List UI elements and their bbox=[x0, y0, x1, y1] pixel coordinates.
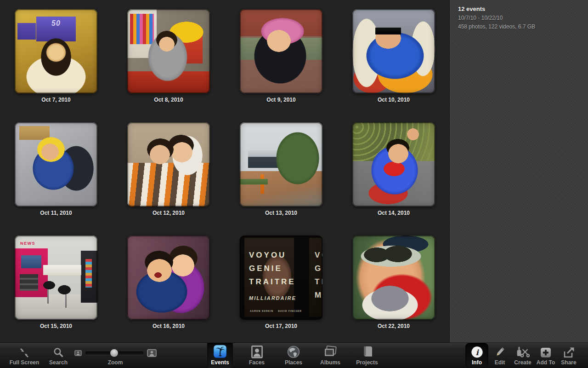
event-date-label: Oct 7, 2010 bbox=[15, 97, 97, 103]
event-tile: Oct 13, 2010 bbox=[240, 122, 322, 236]
albums-stack-icon bbox=[323, 345, 337, 358]
info-panel-date-range: 10/7/10 - 10/22/10 bbox=[458, 15, 580, 21]
faces-portrait-icon bbox=[251, 345, 263, 358]
zoom-label: Zoom bbox=[108, 360, 123, 366]
tab-places[interactable]: Places bbox=[281, 343, 306, 368]
event-date-label: Oct 12, 2010 bbox=[127, 210, 210, 216]
event-thumbnail-oct-11[interactable] bbox=[15, 122, 97, 207]
event-thumbnail-oct-8[interactable] bbox=[127, 9, 210, 93]
event-date-label: Oct 16, 2010 bbox=[127, 323, 210, 329]
info-panel-summary: 458 photos, 122 videos, 6.7 GB bbox=[458, 23, 580, 30]
event-thumbnail-oct-22[interactable] bbox=[352, 236, 435, 320]
event-date-label: Oct 15, 2010 bbox=[15, 323, 97, 329]
info-icon: i bbox=[471, 346, 483, 358]
event-thumbnail-oct-13[interactable] bbox=[240, 122, 322, 207]
event-thumbnail-oct-10[interactable] bbox=[352, 9, 435, 93]
event-date-label: Oct 8, 2010 bbox=[127, 97, 210, 103]
tab-faces[interactable]: Faces bbox=[244, 343, 270, 368]
event-tile: Oct 8, 2010 bbox=[127, 9, 210, 122]
add-to-label: Add To bbox=[537, 360, 555, 366]
info-panel: 12 events 10/7/10 - 10/22/10 458 photos,… bbox=[449, 0, 588, 343]
event-date-label: Oct 17, 2010 bbox=[240, 323, 322, 329]
search-icon bbox=[53, 347, 64, 358]
event-tile: 50 Oct 7, 2010 bbox=[15, 9, 97, 122]
photo-overlay-text: 50 bbox=[51, 19, 61, 28]
event-tile: Oct 12, 2010 bbox=[127, 122, 210, 236]
tab-projects[interactable]: Projects bbox=[354, 343, 380, 368]
view-switcher: Events Faces Places bbox=[207, 343, 380, 368]
share-button[interactable]: Share bbox=[557, 343, 580, 368]
tab-places-label: Places bbox=[285, 360, 302, 366]
zoom-slider-track[interactable] bbox=[85, 351, 143, 355]
event-tile: Oct 9, 2010 bbox=[240, 9, 322, 122]
create-label: Create bbox=[514, 360, 531, 366]
event-date-label: Oct 13, 2010 bbox=[240, 210, 322, 216]
zoom-in-thumbnail-icon bbox=[147, 349, 157, 357]
action-buttons: i Info Edit bbox=[465, 343, 580, 368]
info-panel-title: 12 events bbox=[458, 6, 580, 12]
full-screen-icon bbox=[19, 347, 30, 358]
event-tile: VOYOU GENIE TRAITRE MILLIARDAIRE AARON S… bbox=[240, 236, 322, 349]
event-date-label: Oct 14, 2010 bbox=[352, 210, 435, 216]
places-globe-icon bbox=[287, 345, 300, 358]
search-button[interactable]: Search bbox=[45, 343, 72, 368]
add-to-plus-icon bbox=[540, 347, 552, 358]
share-icon bbox=[563, 346, 575, 358]
events-grid: 50 Oct 7, 2010 Oct 8, 2010 Oct 9, 2010 O… bbox=[0, 0, 449, 343]
tab-albums-label: Albums bbox=[320, 360, 340, 366]
event-tile: NEWS Oct 15, 2010 bbox=[15, 236, 97, 349]
photo-overlay-text: NEWS bbox=[20, 241, 35, 246]
add-to-button[interactable]: Add To bbox=[534, 343, 557, 368]
movie-poster-text: VOYOU GENIE TRAITRE MILLIARDAIRE bbox=[249, 248, 296, 305]
events-palm-icon bbox=[213, 345, 227, 358]
share-label: Share bbox=[561, 360, 576, 366]
tab-albums[interactable]: Albums bbox=[317, 343, 343, 368]
tab-projects-label: Projects bbox=[356, 360, 378, 366]
event-tile: Oct 16, 2010 bbox=[127, 236, 210, 349]
event-thumbnail-oct-15[interactable]: NEWS bbox=[15, 236, 97, 320]
info-button[interactable]: i Info bbox=[465, 343, 488, 368]
event-thumbnail-oct-12[interactable] bbox=[127, 122, 210, 207]
zoom-out-thumbnail-icon bbox=[74, 350, 82, 356]
projects-book-icon bbox=[361, 345, 373, 358]
create-glue-scissors-icon bbox=[516, 346, 530, 358]
tab-events[interactable]: Events bbox=[207, 343, 233, 368]
search-label: Search bbox=[49, 360, 68, 366]
create-button[interactable]: Create bbox=[511, 343, 534, 368]
event-tile: Oct 14, 2010 bbox=[352, 122, 435, 236]
event-date-label: Oct 9, 2010 bbox=[240, 97, 322, 103]
toolbar: Full Screen Search bbox=[0, 343, 588, 368]
event-date-label: Oct 11, 2010 bbox=[15, 210, 97, 216]
edit-button[interactable]: Edit bbox=[488, 343, 511, 368]
full-screen-label: Full Screen bbox=[10, 360, 40, 366]
info-label: Info bbox=[472, 360, 482, 366]
movie-poster-second-column: VOYOU GENIE TRAITRE MILLIARDAIRE bbox=[315, 248, 322, 302]
tab-events-label: Events bbox=[211, 360, 229, 366]
zoom-slider-knob[interactable] bbox=[110, 349, 118, 357]
event-thumbnail-oct-16[interactable] bbox=[127, 236, 210, 320]
event-date-label: Oct 10, 2010 bbox=[352, 97, 435, 103]
event-date-label: Oct 22, 2010 bbox=[352, 323, 435, 329]
edit-pencil-icon bbox=[494, 346, 506, 358]
movie-poster-credits: AARON SORKIN DAVID FINCHER bbox=[250, 310, 302, 312]
tab-faces-label: Faces bbox=[249, 360, 265, 366]
event-thumbnail-oct-14[interactable] bbox=[352, 122, 435, 207]
zoom-control: Zoom bbox=[72, 343, 159, 368]
event-tile: Oct 22, 2010 bbox=[352, 236, 435, 349]
event-thumbnail-oct-17[interactable]: VOYOU GENIE TRAITRE MILLIARDAIRE AARON S… bbox=[240, 236, 322, 320]
event-thumbnail-oct-7[interactable]: 50 bbox=[15, 9, 97, 93]
full-screen-button[interactable]: Full Screen bbox=[4, 343, 45, 368]
event-tile: Oct 11, 2010 bbox=[15, 122, 97, 236]
event-tile: Oct 10, 2010 bbox=[352, 9, 435, 122]
event-thumbnail-oct-9[interactable] bbox=[240, 9, 322, 93]
edit-label: Edit bbox=[495, 360, 505, 366]
